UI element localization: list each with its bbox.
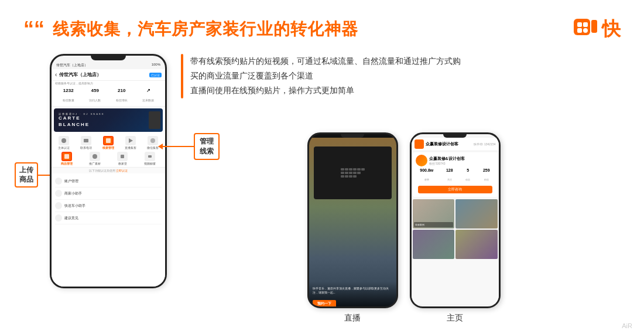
nav-wechat: 微信集客 <box>147 136 159 149</box>
description-box: 带有线索预约贴片的短视频，可通过私域流量、自然流量和通过推广方式购 买的商业流量… <box>181 48 626 108</box>
phone-screen: ‹ 传世汽车（上地店） 已认证 初级服务号认证，提高影响力 1232 粉丝数量 … <box>52 69 165 288</box>
phone-subtitle: 初级服务号认证，提高影响力 <box>52 81 165 86</box>
grid-item-2 <box>455 199 498 229</box>
svg-point-11 <box>150 138 155 143</box>
stat-followers: 259 粉丝 <box>483 168 490 183</box>
nav-promotion: 推广素材 <box>89 152 101 165</box>
left-phone-container: 上传商品 传世汽车（上地店） 100% ‹ 传世汽车（上地店） 已认证 初级服务… <box>18 48 167 323</box>
profile-info: 众赢装修&设计创客 粉丝 530743 <box>429 156 495 165</box>
right-phone-container: 众赢装修设计创客 快手ID: 1342154 众赢装修&设计创客 粉丝 5307… <box>410 132 501 323</box>
grid-item-1: 装修案例 <box>413 199 455 229</box>
banner-dj-image <box>149 111 160 129</box>
logo-text: 快 <box>602 16 621 42</box>
phone-mid: 快手音乐，邀您共享顶尖直播，频繁参与以获取更多互动关注，请跟我一起... 预约一… <box>307 132 398 308</box>
quote-mark: ““ <box>23 19 44 40</box>
phone-company-header: ‹ 传世汽车（上地店） 已认证 <box>52 69 165 81</box>
grid-item-4 <box>455 230 498 259</box>
right-phone-label: 主页 <box>447 313 463 323</box>
mid-phone-label: 直播 <box>344 313 361 323</box>
livestream-stats: 高达 500000 元 · 观看: 235918 <box>311 306 394 308</box>
stat-trend: ↗ 近来数据 <box>142 88 154 104</box>
nav-authentication: 主体认证 <box>58 136 70 149</box>
desc-line2: 买的商业流量广泛覆盖到各个渠道 <box>190 69 461 83</box>
profile-stats: 900.8w 获赞 128 关注 5 动态 <box>416 166 495 185</box>
user-icon <box>55 178 62 185</box>
app-title: 众赢装修设计创客 <box>426 141 458 147</box>
orange-bar <box>181 54 183 98</box>
status-bar: 传世汽车（上地店） 100% <box>52 60 165 69</box>
assistant-icon <box>55 190 62 197</box>
desc-line1: 带有线索预约贴片的短视频，可通过私域流量、自然流量和通过推广方式购 <box>190 54 461 69</box>
livestream-bg: 快手音乐，邀您共享顶尖直播，频繁参与以获取更多互动关注，请跟我一起... 预约一… <box>309 138 396 308</box>
nav-leads: 线索管理 <box>102 136 114 149</box>
nav-show-icon <box>145 152 155 161</box>
phone-menu-list: 账户管理 商家小助手 快送车小助手 建议意见 <box>52 173 165 226</box>
phones-row: 快手音乐，邀您共享顶尖直播，频繁参与以获取更多互动关注，请跟我一起... 预约一… <box>181 108 626 323</box>
company-name: 传世汽车（上地店） <box>59 71 147 78</box>
desc-line3: 直播间使用在线预约贴片，操作方式更加简单 <box>190 83 461 98</box>
nav-leads-icon <box>103 136 114 145</box>
profile-row: 众赢装修&设计创客 粉丝 530743 <box>416 155 495 166</box>
svg-rect-3 <box>583 22 588 27</box>
page-title: 线索收集，汽车房产家装行业的转化神器 <box>53 18 358 40</box>
app-logo-icon <box>415 139 424 149</box>
feedback-icon <box>55 214 62 221</box>
svg-rect-15 <box>148 155 152 158</box>
nav-class-icon <box>117 152 128 161</box>
mid-phone-container: 快手音乐，邀您共享顶尖直播，频繁参与以获取更多互动关注，请跟我一起... 预约一… <box>307 132 398 323</box>
watermark-text: AiR <box>622 322 632 329</box>
stat-fans: 1232 粉丝数量 <box>63 88 74 104</box>
svg-marker-10 <box>129 138 133 143</box>
svg-rect-1 <box>577 22 582 27</box>
nav-product-icon <box>61 152 72 161</box>
phone-notch <box>91 56 126 60</box>
stat-growth: 210 粉丝增长 <box>116 88 128 104</box>
svg-rect-2 <box>577 28 582 33</box>
nav-wechat-icon <box>148 136 158 145</box>
list-item-account: 账户管理 <box>55 175 162 188</box>
phone-right: 众赢装修设计创客 快手ID: 1342154 众赢装修&设计创客 粉丝 5307… <box>410 132 501 308</box>
manage-label-wrapper: 管理线索 <box>159 133 220 160</box>
kuaishou-logo-icon <box>573 18 598 41</box>
svg-rect-8 <box>84 139 88 142</box>
svg-point-13 <box>93 154 97 159</box>
verified-badge: 已认证 <box>149 73 162 77</box>
avatar <box>416 155 427 166</box>
grid-item-3 <box>413 230 455 259</box>
svg-point-7 <box>61 138 66 143</box>
profile-section: 众赢装修&设计创客 粉丝 530743 900.8w 获赞 <box>413 152 498 197</box>
svg-point-4 <box>583 28 588 33</box>
banner-text: 运营新星DJ · DJ SNAKE CARTE BLANCHE <box>59 113 105 128</box>
nav-contact-icon <box>81 136 91 145</box>
right-screen: 众赢装修设计创客 快手ID: 1342154 众赢装修&设计创客 粉丝 5307… <box>412 138 499 304</box>
phone-banner: 运营新星DJ · DJ SNAKE CARTE BLANCHE <box>54 108 163 132</box>
bottom-hint: 以下功能认证后使用 立即认证 <box>52 168 165 173</box>
cta-button[interactable]: 预约一下 <box>313 300 336 308</box>
stat-visits: 459 访问人数 <box>89 88 101 104</box>
back-icon: ‹ <box>55 71 57 78</box>
list-item-feedback: 建议意见 <box>55 212 162 224</box>
nav-showcase: 视频橱窗 <box>144 152 156 165</box>
nav-product-mgmt: 商品管理 <box>61 152 73 165</box>
nav-contact: 联系电话 <box>80 136 92 149</box>
livestream-overlay: 快手音乐，邀您共享顶尖直播，频繁参与以获取更多互动关注，请跟我一起... 预约一… <box>309 282 396 308</box>
profile-fans: 粉丝 530743 <box>429 162 495 165</box>
title-area: ““ 线索收集，汽车房产家装行业的转化神器 <box>23 18 358 40</box>
app-subtitle: 快手ID: 1342154 <box>474 142 495 146</box>
watermark: AiR <box>622 322 632 329</box>
stat-likes: 900.8w 获赞 <box>420 168 433 183</box>
svg-rect-12 <box>64 154 69 159</box>
nav-row2: 商品管理 推广素材 教家堂 <box>52 151 165 168</box>
list-item-assistant: 商家小助手 <box>55 188 162 200</box>
nav-row1: 主体认证 联系电话 线索管理 <box>52 134 165 151</box>
livestream-text: 快手音乐，邀您共享顶尖直播，频繁参与以获取更多互动关注，请跟我一起... <box>313 287 393 295</box>
list-item-car-assistant: 快送车小助手 <box>55 200 162 212</box>
manage-arrow-icon <box>159 146 194 147</box>
nav-classroom: 教家堂 <box>117 152 128 165</box>
nav-promo-icon <box>90 152 100 161</box>
header: ““ 线索收集，汽车房产家装行业的转化神器 快 <box>0 0 644 48</box>
consult-button[interactable]: 立即咨询 <box>418 186 492 193</box>
stat-dynamic: 5 动态 <box>465 168 470 183</box>
laptop-image <box>314 146 392 199</box>
main-content: 上传商品 传世汽车（上地店） 100% ‹ 传世汽车（上地店） 已认证 初级服务… <box>0 48 644 323</box>
